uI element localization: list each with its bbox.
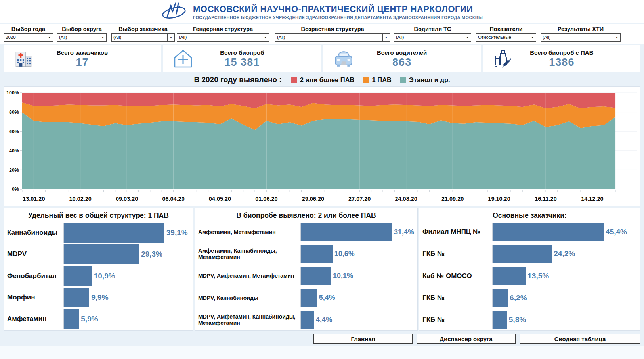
bar-rows: Амфетамин, Метамфетамин31,4%Амфетамин, К… [198, 223, 414, 329]
header: МОСКОВСКИЙ НАУЧНО-ПРАКТИЧЕСКИЙ ЦЕНТР НАР… [0, 0, 644, 23]
bar-value: 13,5% [527, 272, 549, 280]
filter-dropdown[interactable]: (All)▼ [177, 33, 269, 42]
table-row: Каб № ОМОСО13,5% [422, 267, 637, 285]
nav-button-summary-table[interactable]: Сводная таблица [520, 334, 640, 344]
car-icon [334, 49, 354, 68]
legend-label: Этанол и др. [409, 76, 450, 84]
legend-label: 2 или более ПАВ [300, 76, 355, 84]
chevron-down-icon[interactable]: ▼ [382, 34, 390, 41]
bar-value: 45,4% [606, 228, 627, 236]
bar-rows: Филиал МНПЦ №45,4%ГКБ №24,2%Каб № ОМОСО1… [422, 223, 637, 329]
filter-dropdown[interactable]: (All)▼ [57, 33, 107, 42]
filter-dropdown[interactable]: Относительные▼ [476, 33, 536, 42]
bar-label: MDPV, Амфетамин, Метамфетамин [198, 273, 300, 279]
filter-dropdown[interactable]: (All)▼ [111, 33, 175, 42]
legend-swatch [400, 77, 406, 83]
filter-1: Выбор года2020▼ [4, 25, 53, 42]
filter-dropdown-value: (All) [275, 34, 285, 41]
bar[interactable] [64, 223, 164, 243]
filter-dropdown-value: (All) [394, 34, 404, 41]
svg-text:0%: 0% [12, 186, 19, 192]
filter-dropdown[interactable]: (All)▼ [394, 33, 471, 42]
bar-value: 10,6% [334, 250, 355, 258]
svg-text:24.08.20: 24.08.20 [395, 196, 417, 202]
bar-label: Морфин [7, 294, 63, 301]
svg-text:80%: 80% [9, 109, 19, 115]
table-row: ГКБ №24,2% [422, 245, 637, 263]
chevron-down-icon[interactable]: ▼ [262, 34, 269, 41]
filter-label: Результаты ХТИ [541, 25, 621, 33]
bar[interactable] [64, 266, 92, 286]
bar-track: 10,6% [300, 245, 414, 263]
filter-dropdown[interactable]: (All)▼ [541, 33, 621, 42]
bar[interactable] [493, 267, 526, 285]
svg-text:40%: 40% [9, 148, 19, 154]
bar[interactable] [301, 223, 392, 241]
chevron-down-icon[interactable]: ▼ [167, 34, 174, 41]
chevron-down-icon[interactable]: ▼ [99, 34, 106, 41]
bar[interactable] [64, 244, 139, 264]
table-row: MDPV, Амфетамин, Метамфетамин10,1% [198, 267, 414, 285]
table-row: MDPV, Каннабиноиды5,4% [198, 289, 414, 307]
bar[interactable] [493, 289, 508, 307]
legend-item[interactable]: 1 ПАВ [363, 76, 392, 84]
bar-value: 10,9% [94, 272, 115, 280]
bar[interactable] [493, 223, 604, 241]
area-chart-panel: 0%20%40%60%80%100%13.01.2010.02.2009.03.… [4, 86, 640, 206]
bar-value: 5,9% [81, 315, 98, 323]
table-row: Морфин9,9% [7, 288, 190, 307]
filter-dropdown-value: (All) [177, 34, 187, 41]
chevron-down-icon[interactable]: ▼ [46, 34, 53, 41]
filter-label: Возрастная структура [275, 25, 390, 33]
nav-button-home[interactable]: Главная [313, 334, 413, 344]
filter-label: Выбор округа [57, 25, 107, 33]
nav-buttons: ГлавнаяДиспансер округаСводная таблица [0, 334, 640, 344]
chevron-down-icon[interactable]: ▼ [464, 34, 471, 41]
bar-label: ГКБ № [422, 250, 492, 258]
filter-bar: Выбор года2020▼Выбор округа(All)▼Выбор з… [0, 24, 644, 44]
area-chart-header: В 2020 году выявлено : 2 или более ПАВ1 … [0, 73, 644, 86]
bar[interactable] [301, 267, 331, 285]
kpi-label: Всего заказчиков [57, 49, 108, 56]
nav-button-district-dispensary[interactable]: Диспансер округа [417, 334, 516, 344]
panel-title: В биопробе выявлено: 2 или более ПАВ [198, 211, 414, 220]
bar-track: 24,2% [492, 245, 637, 263]
bar[interactable] [493, 245, 552, 263]
bar[interactable] [64, 288, 89, 307]
filter-dropdown[interactable]: (All)▼ [275, 33, 390, 42]
table-row: ГКБ №6,2% [422, 289, 637, 307]
svg-text:21.09.20: 21.09.20 [441, 196, 464, 202]
chevron-down-icon[interactable]: ▼ [613, 34, 620, 41]
svg-text:04.05.20: 04.05.20 [209, 196, 231, 202]
filter-6: Водители ТС(All)▼ [394, 25, 471, 42]
hospital-icon [14, 49, 34, 68]
bar-track: 10,1% [300, 267, 414, 285]
stacked-area-chart[interactable]: 0%20%40%60%80%100%13.01.2010.02.2009.03.… [4, 87, 640, 206]
bar-track: 9,9% [63, 288, 190, 307]
bar[interactable] [64, 309, 79, 329]
bar-value: 31,4% [394, 228, 414, 236]
legend-item[interactable]: 2 или более ПАВ [291, 76, 355, 84]
bar[interactable] [301, 311, 314, 329]
table-row: MDPV, Амфетамин, Каннабиноиды, Метамфета… [198, 311, 414, 329]
kpi-card-drivers: Всего водителей 863 [323, 45, 481, 72]
bar-label: Амфетамин, Метамфетамин [198, 229, 300, 235]
filter-dropdown[interactable]: 2020▼ [4, 33, 53, 42]
bar[interactable] [301, 245, 333, 263]
chevron-down-icon[interactable]: ▼ [529, 34, 536, 41]
bar[interactable] [301, 289, 317, 307]
bar-value: 4,4% [316, 316, 332, 324]
table-row: Амфетамин, Каннабиноиды, Метамфетамин10,… [198, 245, 414, 263]
bar-label: Амфетамин [7, 315, 63, 323]
svg-text:01.06.20: 01.06.20 [255, 196, 277, 202]
area-chart-title: В 2020 году выявлено : [194, 75, 281, 84]
legend-item[interactable]: Этанол и др. [400, 76, 450, 84]
filter-dropdown-value: Относительные [476, 34, 511, 41]
bar[interactable] [493, 311, 507, 329]
filter-dropdown-value: (All) [57, 34, 67, 41]
org-title: МОСКОВСКИЙ НАУЧНО-ПРАКТИЧЕСКИЙ ЦЕНТР НАР… [193, 4, 483, 14]
legend-swatch [291, 77, 297, 83]
dashboard-root: МОСКОВСКИЙ НАУЧНО-ПРАКТИЧЕСКИЙ ЦЕНТР НАР… [0, 0, 644, 346]
filter-5: Возрастная структура(All)▼ [275, 25, 390, 42]
bar-track: 39,1% [63, 223, 190, 243]
